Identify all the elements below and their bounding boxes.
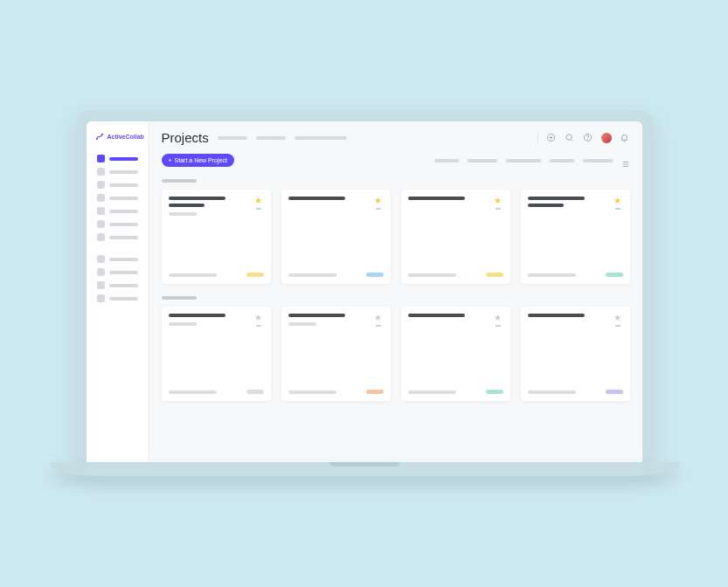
nav-icon — [97, 255, 105, 263]
nav-label — [109, 258, 138, 261]
sidebar-item-nav-4[interactable] — [94, 191, 142, 204]
card-meta — [169, 273, 217, 277]
nav-icon — [97, 181, 105, 189]
sidebar-item-nav-7[interactable] — [94, 231, 142, 244]
sidebar-item-nav-10[interactable] — [94, 279, 142, 292]
card-title-line — [408, 314, 465, 317]
nav-icon — [97, 268, 105, 276]
topbar-actions — [537, 132, 630, 144]
sidebar-item-projects[interactable] — [94, 152, 142, 165]
nav-label — [109, 170, 138, 174]
project-card[interactable]: ★••• — [281, 307, 391, 401]
card-meta — [169, 390, 217, 394]
nav-icon — [97, 281, 105, 289]
more-icon[interactable]: ••• — [615, 207, 620, 211]
project-card[interactable]: ★••• — [401, 307, 510, 401]
filter-option[interactable] — [550, 159, 574, 162]
more-icon[interactable]: ••• — [496, 324, 500, 328]
brand-logo[interactable]: ActiveCollab — [94, 130, 142, 148]
card-title-line — [169, 204, 205, 207]
nav-icon — [97, 168, 105, 176]
card-meta — [408, 273, 456, 277]
project-card[interactable]: ★••• — [281, 190, 391, 284]
bell-icon[interactable] — [620, 133, 630, 143]
project-card[interactable]: ★••• — [521, 190, 630, 284]
card-label — [486, 390, 503, 394]
nav-label — [109, 210, 138, 213]
topbar: Projects — [162, 130, 630, 145]
svg-point-0 — [101, 134, 103, 135]
nav-icon — [97, 194, 105, 202]
card-title-line — [408, 197, 465, 200]
new-project-button[interactable]: + Start a New Project — [162, 154, 234, 167]
project-card[interactable]: ★••• — [521, 307, 630, 401]
card-label — [606, 273, 623, 277]
breadcrumb-segment — [218, 136, 247, 140]
toolbar: + Start a New Project — [162, 154, 630, 167]
sidebar-item-nav-3[interactable] — [94, 178, 142, 191]
project-grid: ★•••★•••★•••★••• — [162, 190, 630, 284]
section-heading — [162, 296, 197, 300]
more-icon[interactable]: ••• — [615, 324, 620, 328]
sidebar-item-nav-11[interactable] — [94, 292, 142, 305]
sidebar-item-nav-2[interactable] — [94, 165, 142, 178]
nav-icon — [97, 294, 105, 302]
main-content: Projects — [149, 121, 642, 462]
search-icon[interactable] — [565, 133, 575, 143]
nav-label — [109, 297, 138, 300]
view-toggle-icon[interactable] — [621, 156, 630, 165]
project-card[interactable]: ★••• — [401, 190, 510, 284]
card-title-line — [528, 314, 585, 317]
more-icon[interactable]: ••• — [256, 324, 260, 328]
nav-label — [109, 271, 138, 274]
breadcrumb-segment — [295, 136, 347, 140]
logo-icon — [95, 132, 105, 142]
nav-icon — [97, 220, 105, 228]
svg-point-1 — [95, 138, 97, 140]
filter-option[interactable] — [468, 159, 497, 162]
help-icon[interactable] — [583, 133, 593, 143]
card-label — [246, 273, 264, 277]
laptop-mockup: ActiveCollab Projects — [76, 111, 653, 476]
more-icon[interactable]: ••• — [256, 207, 260, 211]
nav-icon — [97, 155, 105, 162]
plus-icon: + — [169, 157, 172, 163]
card-label — [366, 390, 384, 394]
new-project-label: Start a New Project — [175, 157, 227, 163]
card-label — [606, 390, 623, 394]
app-window: ActiveCollab Projects — [87, 121, 642, 462]
card-subtitle — [169, 322, 198, 326]
brand-name: ActiveCollab — [107, 134, 144, 140]
card-title-line — [528, 197, 585, 200]
sidebar-item-nav-9[interactable] — [94, 266, 142, 279]
more-icon[interactable]: ••• — [376, 207, 380, 211]
filter-option[interactable] — [434, 159, 459, 162]
filter-option[interactable] — [583, 159, 613, 162]
sidebar-item-nav-6[interactable] — [94, 218, 142, 231]
project-grid: ★•••★•••★•••★••• — [162, 307, 630, 401]
more-icon[interactable]: ••• — [376, 324, 380, 328]
nav-label — [109, 157, 138, 161]
nav-label — [109, 183, 138, 187]
card-subtitle — [169, 212, 198, 216]
filter-option[interactable] — [506, 159, 541, 162]
screen-bezel: ActiveCollab Projects — [76, 111, 653, 462]
avatar[interactable] — [601, 133, 612, 143]
nav-label — [109, 223, 138, 226]
add-icon[interactable] — [546, 133, 557, 143]
nav-icon — [97, 207, 105, 215]
card-title-line — [288, 314, 345, 317]
breadcrumb-segment — [256, 136, 286, 140]
filter-bar — [434, 159, 613, 162]
page-title: Projects — [162, 130, 209, 145]
project-card[interactable]: ★••• — [162, 190, 271, 284]
nav-label — [109, 284, 138, 287]
card-subtitle — [288, 322, 317, 326]
card-meta — [288, 390, 336, 394]
more-icon[interactable]: ••• — [496, 207, 500, 211]
card-title-line — [288, 197, 345, 200]
project-card[interactable]: ★••• — [162, 307, 271, 401]
sidebar-item-nav-5[interactable] — [94, 204, 142, 218]
card-meta — [528, 390, 576, 394]
sidebar-item-nav-8[interactable] — [94, 252, 142, 266]
